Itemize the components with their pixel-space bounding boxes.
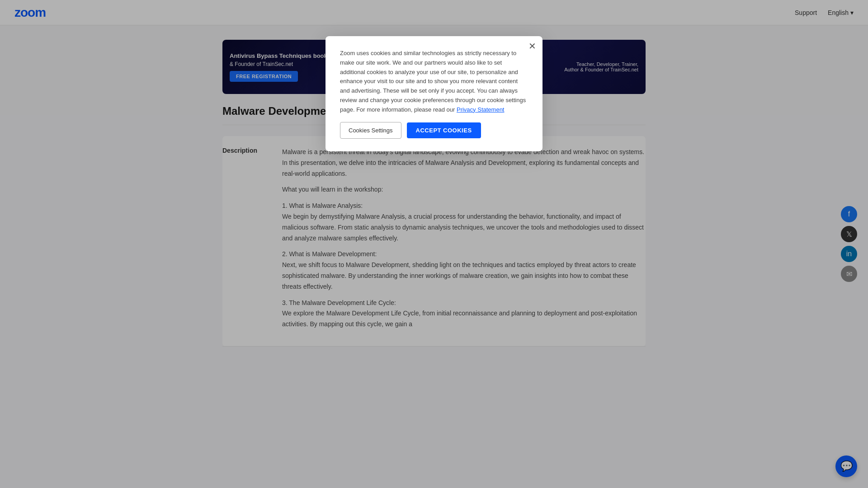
cookie-text: Zoom uses cookies and similar technologi… [340,49,528,115]
cookie-overlay: ✕ Zoom uses cookies and similar technolo… [0,0,868,361]
privacy-statement-link[interactable]: Privacy Statement [457,106,505,113]
cookies-settings-button[interactable]: Cookies Settings [340,122,401,139]
cookie-close-button[interactable]: ✕ [528,42,536,51]
cookie-body-text: Zoom uses cookies and similar technologi… [340,50,526,113]
cookie-modal: ✕ Zoom uses cookies and similar technolo… [326,36,542,151]
cookie-actions: Cookies Settings ACCEPT COOKIES [340,122,528,139]
accept-cookies-button[interactable]: ACCEPT COOKIES [407,122,481,138]
